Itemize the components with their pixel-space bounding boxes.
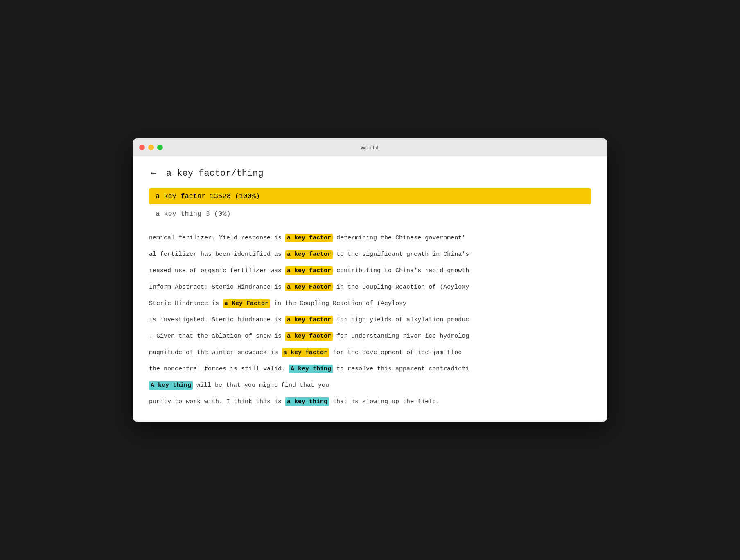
titlebar: Writefull [133,138,607,156]
concordance-highlight: a key factor [285,266,333,275]
app-window: Writefull ← a key factor/thing a key fac… [133,138,607,422]
concordance-line: . Given that the ablation of snow is a k… [149,328,591,345]
concordance-line: nemical ferilizer. Yield response is a k… [149,230,591,246]
result-thing[interactable]: a key thing 3 (0%) [149,206,591,222]
concordance-highlight: a Key Factor [223,299,270,308]
concordance-highlight: A key thing [289,365,333,373]
concordance-left: is investigated. Steric hindrance is [149,316,285,323]
concordance-line: al fertilizer has been identified as a k… [149,246,591,263]
concordance-left: . Given that the ablation of snow is [149,333,285,340]
concordance-right: to resolve this apparent contradicti [333,366,469,373]
concordance-left: magnitude of the winter snowpack is [149,349,282,356]
results-list: a key factor 13528 (100%) a key thing 3 … [149,188,591,222]
result-factor[interactable]: a key factor 13528 (100%) [149,188,591,204]
maximize-button[interactable] [157,145,163,150]
concordance-highlight: a key factor [285,234,333,242]
page-title: a key factor/thing [166,168,264,178]
window-title: Writefull [361,145,380,151]
concordance-left: purity to work with. I think this is [149,398,285,405]
concordance-line: reased use of organic fertilizer was a k… [149,263,591,279]
concordance-right: in the Coupling Reaction of (Acyloxy [270,300,406,307]
concordance-line: is investigated. Steric hindrance is a k… [149,312,591,328]
concordance-right: that is slowing up the field. [329,398,440,405]
close-button[interactable] [139,145,145,150]
back-button[interactable]: ← [149,168,158,178]
concordance-highlight: a key factor [285,250,333,259]
concordance-highlight: A key thing [149,381,193,390]
concordance-line: the noncentral forces is still valid. A … [149,361,591,377]
concordance-left: al fertilizer has been identified as [149,251,285,258]
concordance-left: nemical ferilizer. Yield response is [149,235,285,242]
concordance-highlight: a key thing [285,397,329,406]
concordance-right: for high yields of alkylation produc [333,316,469,323]
traffic-lights [139,145,163,150]
concordance-right: for understanding river-ice hydrolog [333,333,469,340]
concordance-left: reased use of organic fertilizer was [149,267,285,274]
concordance-right: will be that you might find that you [193,382,329,389]
minimize-button[interactable] [148,145,154,150]
concordance-right: to the significant growth in China's [333,251,469,258]
concordance-highlight: a key factor [285,332,333,341]
concordance-right: determining the Chinese government' [333,235,465,242]
concordance-line: Inform Abstract: Steric Hindrance is a K… [149,279,591,296]
main-content: ← a key factor/thing a key factor 13528 … [133,156,607,422]
concordance-highlight: a key factor [285,316,333,324]
concordance-line: magnitude of the winter snowpack is a ke… [149,345,591,361]
concordance-highlight: a key factor [282,348,329,357]
concordance-line: A key thing will be that you might find … [149,377,591,394]
concordance-right: in the Coupling Reaction of (Acyloxy [333,284,469,291]
page-header: ← a key factor/thing [149,168,591,178]
concordance-left: the noncentral forces is still valid. [149,366,289,373]
concordance-left: Steric Hindrance is [149,300,223,307]
concordance-lines: nemical ferilizer. Yield response is a k… [149,230,591,410]
concordance-highlight: a Key Factor [285,283,333,291]
concordance-line: Steric Hindrance is a Key Factor in the … [149,296,591,312]
concordance-right: for the development of ice-jam floo [329,349,462,356]
concordance-left: Inform Abstract: Steric Hindrance is [149,284,285,291]
concordance-right: contributing to China's rapid growth [333,267,469,274]
concordance-line: purity to work with. I think this is a k… [149,394,591,410]
